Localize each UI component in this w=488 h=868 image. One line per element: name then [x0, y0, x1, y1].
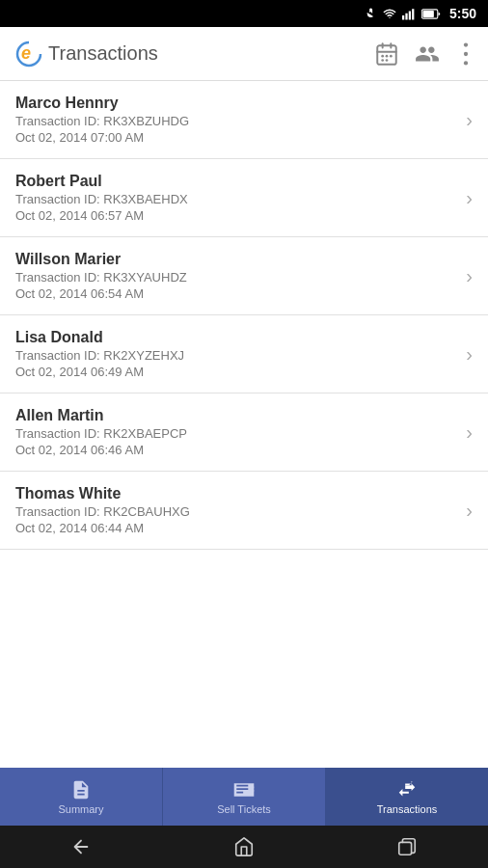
transaction-date: Oct 02, 2014 07:00 AM — [15, 130, 458, 145]
nav-summary-label: Summary — [58, 803, 103, 815]
logo-icon: e — [12, 37, 46, 71]
transaction-id: Transaction ID: RK2CBAUHXG — [15, 504, 458, 519]
transaction-name: Marco Hennry — [15, 95, 458, 112]
transaction-info: Robert Paul Transaction ID: RK3XBAEHDX O… — [15, 173, 458, 223]
transaction-name: Lisa Donald — [15, 329, 458, 346]
people-button[interactable] — [415, 41, 440, 67]
sell-tickets-icon — [232, 778, 256, 800]
transaction-date: Oct 02, 2014 06:54 AM — [15, 286, 458, 301]
svg-rect-1 — [402, 15, 404, 20]
back-button[interactable] — [70, 836, 92, 857]
signal-icon — [402, 7, 417, 20]
android-nav-bar — [0, 826, 488, 868]
transaction-name: Willson Marier — [15, 251, 458, 268]
chevron-right-icon: › — [466, 500, 473, 522]
svg-point-17 — [464, 42, 468, 46]
chevron-right-icon: › — [466, 343, 473, 366]
transaction-name: Robert Paul — [15, 173, 458, 190]
transaction-item[interactable]: Thomas White Transaction ID: RK2CBAUHXG … — [0, 472, 488, 550]
transaction-date: Oct 02, 2014 06:57 AM — [15, 208, 458, 223]
calendar-button[interactable] — [374, 41, 399, 67]
transaction-info: Allen Martin Transaction ID: RK2XBAEPCP … — [15, 407, 458, 457]
transaction-id: Transaction ID: RK3XBZUHDG — [15, 114, 458, 128]
nav-transactions[interactable]: Transactions — [326, 768, 488, 826]
summary-icon — [70, 778, 92, 800]
battery-icon — [421, 7, 441, 20]
header-icons — [374, 41, 476, 67]
wifi-icon — [382, 7, 397, 20]
logo-area: e Transactions — [12, 37, 374, 71]
transaction-name: Thomas White — [15, 485, 458, 502]
transaction-id: Transaction ID: RK2XYZEHXJ — [15, 348, 458, 363]
transaction-item[interactable]: Robert Paul Transaction ID: RK3XBAEHDX O… — [0, 159, 488, 237]
status-bar: 5:50 — [0, 0, 488, 27]
transaction-name: Allen Martin — [15, 407, 458, 424]
transaction-info: Marco Hennry Transaction ID: RK3XBZUHDG … — [15, 95, 458, 145]
home-button[interactable] — [233, 836, 255, 857]
transaction-item[interactable]: Marco Hennry Transaction ID: RK3XBZUHDG … — [0, 81, 488, 159]
svg-rect-4 — [412, 9, 414, 19]
nav-summary[interactable]: Summary — [0, 768, 163, 826]
svg-rect-3 — [409, 12, 411, 20]
chevron-right-icon: › — [466, 421, 473, 444]
svg-point-0 — [389, 17, 390, 18]
svg-rect-2 — [405, 14, 407, 20]
transaction-item[interactable]: Willson Marier Transaction ID: RK3XYAUHD… — [0, 237, 488, 315]
chevron-right-icon: › — [466, 109, 473, 131]
bottom-nav: Summary Sell Tickets Transactions — [0, 768, 488, 826]
nav-sell-tickets[interactable]: Sell Tickets — [163, 768, 326, 826]
transaction-info: Willson Marier Transaction ID: RK3XYAUHD… — [15, 251, 458, 301]
transaction-item[interactable]: Lisa Donald Transaction ID: RK2XYZEHXJ O… — [0, 315, 488, 393]
nav-transactions-label: Transactions — [377, 803, 438, 815]
status-time: 5:50 — [449, 6, 476, 21]
transaction-item[interactable]: Allen Martin Transaction ID: RK2XBAEPCP … — [0, 393, 488, 472]
app-header: e Transactions — [0, 27, 488, 81]
status-icons: 5:50 — [365, 6, 476, 21]
svg-rect-20 — [398, 842, 411, 854]
app-title: Transactions — [48, 42, 158, 65]
chevron-right-icon: › — [466, 187, 473, 209]
transactions-icon — [395, 778, 419, 800]
transaction-id: Transaction ID: RK3XYAUHDZ — [15, 270, 458, 285]
transaction-date: Oct 02, 2014 06:49 AM — [15, 365, 458, 379]
svg-text:e: e — [21, 43, 31, 63]
transaction-date: Oct 02, 2014 06:44 AM — [15, 521, 458, 535]
transaction-info: Lisa Donald Transaction ID: RK2XYZEHXJ O… — [15, 329, 458, 379]
chevron-right-icon: › — [466, 265, 473, 287]
nav-sell-tickets-label: Sell Tickets — [217, 803, 271, 815]
svg-point-19 — [464, 61, 468, 65]
more-options-button[interactable] — [455, 41, 476, 67]
svg-rect-6 — [422, 11, 433, 17]
recents-button[interactable] — [396, 836, 418, 857]
transaction-list: Marco Hennry Transaction ID: RK3XBZUHDG … — [0, 81, 488, 768]
transaction-date: Oct 02, 2014 06:46 AM — [15, 443, 458, 457]
transaction-id: Transaction ID: RK2XBAEPCP — [15, 426, 458, 441]
transaction-info: Thomas White Transaction ID: RK2CBAUHXG … — [15, 485, 458, 535]
svg-point-18 — [464, 51, 468, 55]
transaction-id: Transaction ID: RK3XBAEHDX — [15, 192, 458, 206]
mute-icon — [365, 7, 377, 20]
